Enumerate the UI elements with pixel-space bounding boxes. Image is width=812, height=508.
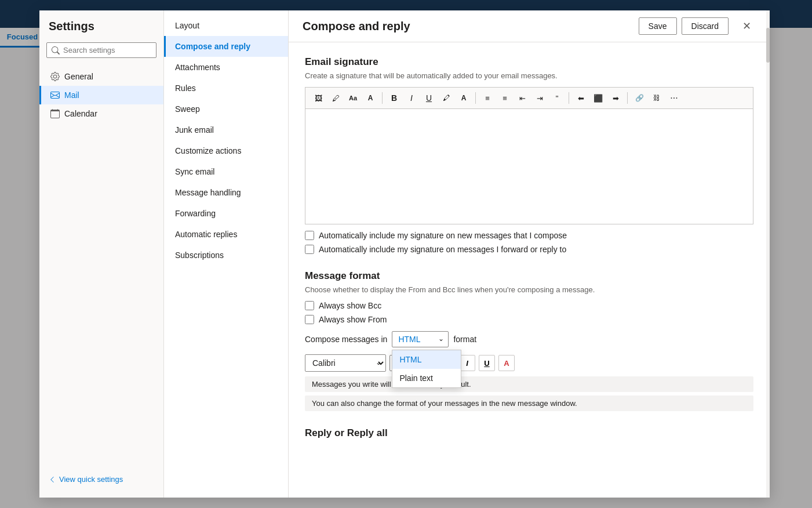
main-header: Compose and reply Save Discard ✕ [289, 10, 770, 42]
settings-sidebar: Settings General Mail [39, 10, 164, 498]
nav-sweep[interactable]: Sweep [164, 99, 288, 119]
sidebar-item-general[interactable]: General [39, 67, 163, 86]
signature-forward-reply-checkbox[interactable] [305, 245, 314, 254]
toolbar-fontsize-btn[interactable]: Aa [345, 90, 361, 106]
font-select-wrapper: Calibri [305, 354, 386, 372]
nav-compose[interactable]: Compose and reply [164, 36, 288, 57]
gear-icon [50, 72, 60, 81]
bcc-checkbox-row: Always show Bcc [305, 301, 753, 310]
close-button[interactable]: ✕ [738, 17, 756, 35]
toolbar-highlight-btn[interactable]: 🖍 [438, 90, 454, 106]
toolbar-align-left-btn[interactable]: ⬅ [573, 90, 589, 106]
format-dropdown[interactable]: HTML Plain text [392, 331, 449, 347]
font-row: Calibri 12pt B I U A [305, 354, 753, 372]
message-format-desc: Choose whether to display the From and B… [305, 285, 753, 294]
toolbar-image-btn[interactable]: 🖼 [310, 90, 326, 106]
signature-checkbox2-row: Automatically include my signature on me… [305, 245, 753, 254]
signature-new-messages-checkbox[interactable] [305, 231, 314, 240]
toolbar-fontcolor-btn[interactable]: A [362, 90, 378, 106]
toolbar-indent-dec-btn[interactable]: ⇤ [514, 90, 530, 106]
settings-modal: Settings General Mail [39, 10, 770, 498]
toolbar-indent-inc-btn[interactable]: ⇥ [531, 90, 548, 106]
toolbar-divider-3 [569, 92, 569, 104]
search-icon [52, 46, 60, 55]
save-button[interactable]: Save [639, 17, 677, 35]
signature-new-messages-label: Automatically include my signature on ne… [319, 231, 567, 240]
search-box[interactable] [46, 42, 156, 58]
scrollbar[interactable] [766, 10, 770, 498]
dropdown-plain-option[interactable]: Plain text [392, 369, 461, 387]
toolbar-format-btn[interactable]: 🖊 [327, 90, 344, 106]
mail-icon [50, 90, 60, 100]
nav-attachments[interactable]: Attachments [164, 57, 288, 78]
main-content: Compose and reply Save Discard ✕ Email s… [289, 10, 770, 498]
nav-sync[interactable]: Sync email [164, 161, 288, 182]
toolbar-link-btn[interactable]: 🔗 [631, 90, 647, 106]
chevron-left-icon [49, 476, 56, 483]
font-color-btn[interactable]: A [498, 355, 515, 371]
header-buttons: Save Discard ✕ [639, 17, 756, 35]
toolbar-divider-2 [475, 92, 476, 104]
middle-nav: Layout Compose and reply Attachments Rul… [164, 10, 289, 498]
toolbar-divider-4 [627, 92, 628, 104]
toolbar-numbered-btn[interactable]: ≡ [497, 90, 513, 106]
compose-messages-label: Compose messages in [305, 335, 387, 344]
always-show-from-checkbox[interactable] [305, 315, 314, 324]
toolbar-bullets-btn[interactable]: ≡ [479, 90, 496, 106]
toolbar-underline-btn[interactable]: U [421, 90, 437, 106]
nav-customize[interactable]: Customize actions [164, 140, 288, 161]
compose-format-row: Compose messages in HTML Plain text HTML… [305, 331, 753, 347]
font-underline-btn[interactable]: U [479, 355, 495, 371]
scroll-thumb[interactable] [766, 28, 770, 63]
nav-section: General Mail Calendar [39, 67, 163, 466]
info-text-2: You can also change the format of your m… [305, 395, 753, 411]
sidebar-item-calendar[interactable]: Calendar [39, 104, 163, 123]
email-signature-section: Email signature Create a signature that … [305, 56, 753, 254]
format-dropdown-popup: HTML Plain text [392, 350, 461, 388]
nav-junk[interactable]: Junk email [164, 119, 288, 140]
toolbar-quote-btn[interactable]: " [549, 90, 565, 106]
toolbar-unlink-btn[interactable]: ⛓ [649, 90, 665, 106]
signature-toolbar: 🖼 🖊 Aa A B I U 🖍 A ≡ ≡ ⇤ ⇥ " [305, 87, 753, 108]
format-dropdown-wrapper: HTML Plain text HTML Plain text [392, 331, 449, 347]
nav-subscriptions[interactable]: Subscriptions [164, 245, 288, 266]
reply-section: Reply or Reply all [305, 427, 753, 439]
toolbar-align-right-btn[interactable]: ➡ [607, 90, 624, 106]
main-title: Compose and reply [303, 20, 410, 33]
signature-editor[interactable] [305, 108, 753, 224]
email-signature-desc: Create a signature that will be automati… [305, 71, 753, 80]
font-select[interactable]: Calibri [305, 354, 386, 372]
always-show-from-label: Always show From [319, 315, 387, 324]
dropdown-html-option[interactable]: HTML [392, 350, 461, 369]
toolbar-more-btn[interactable]: ··· [666, 90, 682, 106]
sidebar-item-mail[interactable]: Mail [39, 86, 163, 104]
always-show-bcc-checkbox[interactable] [305, 301, 314, 310]
toolbar-align-center-btn[interactable]: ⬛ [590, 90, 606, 106]
calendar-icon [50, 109, 60, 118]
nav-auto-replies[interactable]: Automatic replies [164, 224, 288, 245]
toolbar-italic-btn[interactable]: I [403, 90, 420, 106]
toolbar-divider-1 [382, 92, 383, 104]
message-format-title: Message format [305, 270, 753, 282]
settings-title: Settings [39, 20, 163, 42]
always-show-bcc-label: Always show Bcc [319, 301, 381, 310]
format-suffix: format [453, 335, 476, 344]
nav-message-handling[interactable]: Message handling [164, 182, 288, 203]
nav-forwarding[interactable]: Forwarding [164, 203, 288, 224]
reply-section-title: Reply or Reply all [305, 427, 753, 439]
back-link-label: View quick settings [59, 475, 123, 484]
message-format-section: Message format Choose whether to display… [305, 270, 753, 411]
general-label: General [64, 72, 93, 81]
signature-checkbox1-row: Automatically include my signature on ne… [305, 231, 753, 240]
email-signature-title: Email signature [305, 56, 753, 68]
toolbar-textcolor-btn[interactable]: A [456, 90, 472, 106]
toolbar-bold-btn[interactable]: B [386, 90, 402, 106]
nav-layout[interactable]: Layout [164, 15, 288, 36]
nav-rules[interactable]: Rules [164, 78, 288, 99]
from-checkbox-row: Always show From [305, 315, 753, 324]
discard-button[interactable]: Discard [682, 17, 729, 35]
mail-label: Mail [64, 90, 79, 100]
search-input[interactable] [63, 46, 151, 55]
back-link[interactable]: View quick settings [39, 470, 163, 488]
main-body: Email signature Create a signature that … [289, 42, 770, 498]
